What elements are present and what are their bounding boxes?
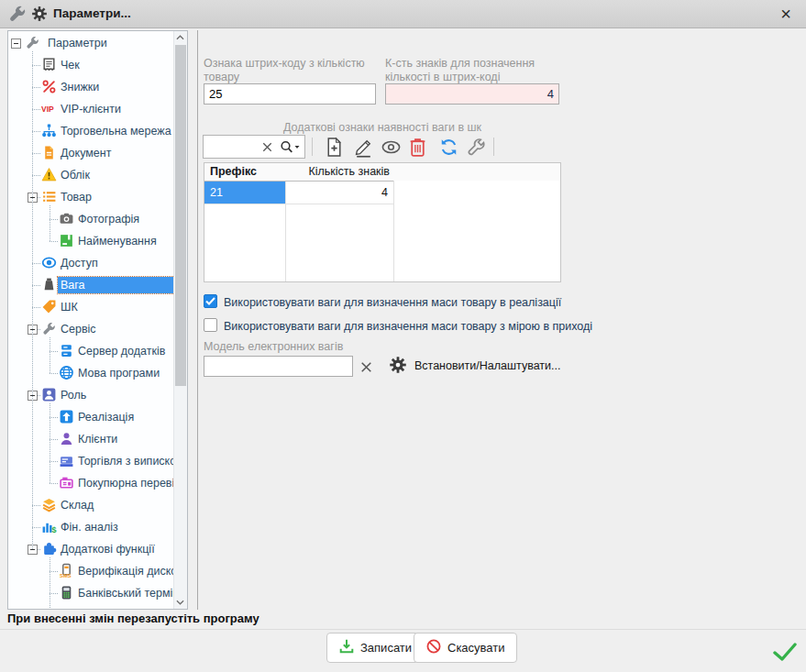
tree-connector — [32, 285, 40, 286]
sidebar-item[interactable]: Сервіс — [8, 318, 187, 340]
cancel-button-label: Скасувати — [447, 641, 505, 655]
sidebar-item[interactable]: $Фін. аналіз — [8, 516, 187, 538]
sidebar-item-label: Сервер додатків — [75, 343, 168, 359]
sidebar-item[interactable]: Реалізація — [8, 406, 187, 428]
sidebar-item[interactable]: SMSВерифікація дисконтн — [8, 560, 187, 582]
sidebar-item[interactable]: Мова програми — [8, 362, 187, 384]
digits-count-label: К-сть знаків для позначення кількості в … — [385, 57, 578, 84]
scale-model-label: Модель електронних вагів — [204, 340, 405, 354]
search-icon[interactable] — [279, 139, 303, 155]
warning-icon — [41, 167, 57, 182]
refresh-button[interactable] — [436, 134, 461, 160]
panel-splitter[interactable] — [197, 30, 198, 610]
cancel-button[interactable]: Скасувати — [414, 633, 517, 663]
register-icon — [59, 453, 74, 468]
install-configure-link[interactable]: Встановити/Налаштувати... — [414, 359, 560, 372]
close-icon[interactable]: × — [780, 3, 791, 25]
sidebar-item-label: Верифікація дисконтн — [75, 563, 188, 579]
view-record-button[interactable] — [378, 134, 403, 160]
scrollbar-thumb[interactable] — [175, 45, 186, 386]
barcode-sign-input[interactable] — [204, 83, 376, 105]
sidebar-item[interactable]: ШК — [8, 296, 187, 318]
clear-model-icon[interactable] — [359, 359, 374, 375]
tree-connector — [32, 175, 40, 176]
prefix-table: Префікс Кількість знаків 21 4 — [204, 162, 561, 282]
scroll-down-icon[interactable] — [174, 596, 186, 609]
sidebar-item[interactable]: Товар — [8, 186, 187, 208]
sidebar-item-label: Сервіс — [58, 321, 99, 337]
save-button[interactable]: Записати — [326, 633, 424, 663]
expand-collapse-box[interactable] — [11, 39, 21, 49]
scroll-up-icon[interactable] — [174, 31, 186, 44]
edit-record-button[interactable] — [350, 134, 376, 160]
tree-connector — [50, 483, 58, 484]
use-scales-sale-checkbox[interactable] — [204, 294, 217, 308]
tree-connector — [32, 527, 40, 528]
tree-trunk-line — [50, 337, 50, 373]
column-header-prefix[interactable]: Префікс — [204, 163, 285, 181]
toolbar-separator — [312, 138, 313, 156]
sidebar-scrollbar[interactable] — [173, 31, 187, 609]
svg-text:SMS: SMS — [60, 573, 72, 578]
sidebar-item-label: Доступ — [58, 255, 101, 271]
service-tools-button[interactable] — [463, 134, 489, 160]
sidebar-item[interactable]: Параметри — [8, 32, 187, 54]
sidebar-item[interactable]: Знижки — [8, 76, 187, 98]
sidebar-item[interactable]: Фотографія — [8, 208, 187, 230]
save-icon — [338, 638, 355, 657]
sidebar-item[interactable]: Вага — [8, 274, 187, 296]
sidebar-item[interactable] — [8, 604, 187, 610]
column-header-digits[interactable]: Кількість знаків — [285, 163, 393, 181]
register-magenta-icon — [59, 475, 74, 490]
sidebar-item[interactable]: Додаткові функції — [8, 538, 187, 560]
tree-connector — [50, 351, 58, 352]
sidebar-item-label: Додаткові функції — [58, 541, 158, 557]
arrow-up-icon — [59, 409, 74, 424]
sidebar-item[interactable]: Документ — [8, 142, 187, 164]
gear-icon — [31, 6, 48, 22]
sidebar-item[interactable]: Облік — [8, 164, 187, 186]
tree-connector — [32, 505, 40, 506]
document-icon — [41, 145, 57, 160]
sidebar-item[interactable]: Покупюрна перевірка — [8, 472, 187, 494]
sidebar-item[interactable]: Торгівля з випискою — [8, 450, 187, 472]
weight-icon — [41, 277, 57, 292]
tree-connector — [50, 439, 58, 440]
sidebar-item-label: Торговельна мережа — [58, 123, 174, 139]
sidebar-item[interactable]: Сервер додатків — [8, 340, 187, 362]
confirm-check-icon[interactable] — [773, 643, 797, 661]
sidebar-item-label: Облік — [58, 167, 93, 183]
table-cell-digits[interactable]: 4 — [285, 182, 393, 204]
sidebar-item[interactable]: Роль — [8, 384, 187, 406]
red-device-icon — [59, 607, 74, 610]
bank-terminal-icon — [59, 585, 74, 600]
sidebar-item[interactable]: Клієнти — [8, 428, 187, 450]
sidebar-item[interactable]: Торговельна мережа — [8, 120, 187, 142]
gear-icon[interactable] — [389, 356, 407, 374]
digits-count-input[interactable] — [385, 83, 559, 105]
delete-record-button[interactable] — [404, 134, 430, 160]
sidebar-item-label: ШК — [58, 299, 81, 315]
puzzle-icon — [41, 541, 57, 556]
camera-icon — [59, 211, 74, 226]
sidebar-item[interactable]: Склад — [8, 494, 187, 516]
percent-icon — [41, 79, 57, 94]
sidebar-item-label: Вага — [58, 277, 174, 293]
clear-search-icon[interactable] — [260, 140, 274, 154]
add-record-button[interactable] — [321, 134, 347, 160]
sidebar-item-label: Фін. аналіз — [58, 519, 121, 535]
sidebar-item[interactable]: VIPVIP-клієнти — [8, 98, 187, 120]
title-bar: Параметри... × — [0, 0, 806, 28]
wrench-icon — [7, 4, 28, 24]
sidebar-item[interactable]: Чек — [8, 54, 187, 76]
sidebar-item[interactable]: Найменування — [8, 230, 187, 252]
table-cell-prefix[interactable]: 21 — [204, 182, 285, 204]
sidebar-item[interactable]: Банківський термінал — [8, 582, 187, 604]
weight-section-title: Додаткові ознаки наявності ваги в шк — [204, 121, 561, 134]
sidebar-item-label: Реалізація — [75, 409, 137, 425]
tree-connector — [32, 263, 40, 264]
scale-model-input[interactable] — [204, 356, 353, 377]
search-input[interactable] — [206, 138, 261, 157]
sidebar-item[interactable]: Доступ — [8, 252, 187, 274]
use-scales-income-checkbox[interactable] — [204, 318, 217, 332]
